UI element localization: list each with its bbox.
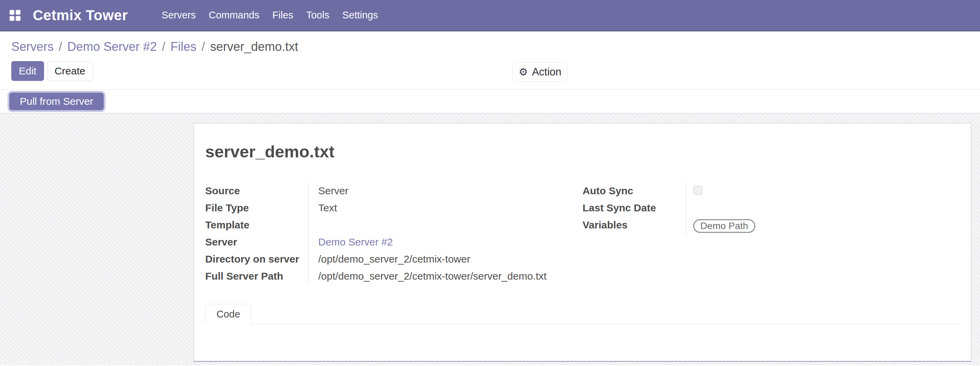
form-view-background: server_demo.txt Source Server File Type … [0,113,980,365]
field-value-full-server-path: /opt/demo_server_2/cetmix-tower/server_d… [309,268,582,285]
field-value-variables: Demo Path [686,216,960,236]
app-brand-title: Cetmix Tower [33,7,128,24]
breadcrumb-servers[interactable]: Servers [11,40,54,54]
action-menu-button[interactable]: ⚙ Action [512,62,568,82]
pull-from-server-button[interactable]: Pull from Server [9,92,104,110]
form-sheet: server_demo.txt Source Server File Type … [194,123,972,362]
menu-servers[interactable]: Servers [155,0,202,30]
field-value-last-sync-date [686,199,960,216]
edit-button[interactable]: Edit [11,61,44,81]
apps-menu-icon[interactable] [10,10,21,21]
field-value-directory-on-server: /opt/demo_server_2/cetmix-tower [309,251,582,268]
auto-sync-checkbox[interactable] [693,186,702,195]
field-value-source: Server [309,182,582,199]
action-menu-label: Action [532,66,562,78]
top-navbar: Cetmix Tower Servers Commands Files Tool… [0,0,980,32]
record-title: server_demo.txt [205,142,960,161]
status-bar: Pull from Server [0,89,980,113]
field-label-directory-on-server: Directory on server [205,251,309,268]
breadcrumb: Servers / Demo Server #2 / Files / serve… [11,40,969,54]
menu-commands[interactable]: Commands [202,0,266,30]
field-group-left: Source Server File Type Text Template Se… [205,182,582,285]
field-label-source: Source [205,182,309,199]
form-buttons: Edit Create [11,61,969,81]
field-value-template [309,216,582,234]
field-value-server-link[interactable]: Demo Server #2 [309,234,582,251]
menu-files[interactable]: Files [266,0,300,30]
notebook-tab-bar: Code [205,304,960,325]
variable-tag-demo-path[interactable]: Demo Path [693,219,755,233]
menu-tools[interactable]: Tools [300,0,336,30]
breadcrumb-current-file: server_demo.txt [210,40,298,54]
breadcrumb-separator: / [59,40,62,54]
control-panel: Servers / Demo Server #2 / Files / serve… [0,32,980,89]
field-label-auto-sync: Auto Sync [582,182,686,199]
field-label-template: Template [205,216,309,234]
tab-code[interactable]: Code [205,304,251,325]
field-value-file-type: Text [309,199,582,216]
field-group-right: Auto Sync Last Sync Date Variables Demo … [582,182,960,285]
gear-icon: ⚙ [519,67,528,77]
menu-settings[interactable]: Settings [336,0,385,30]
field-label-file-type: File Type [205,199,309,216]
breadcrumb-demo-server-2[interactable]: Demo Server #2 [67,40,157,54]
breadcrumb-files[interactable]: Files [170,40,196,54]
field-value-auto-sync [686,182,960,199]
breadcrumb-separator: / [162,40,165,54]
breadcrumb-separator: / [202,40,205,54]
field-label-full-server-path: Full Server Path [205,268,309,285]
field-label-server: Server [205,234,309,251]
field-label-last-sync-date: Last Sync Date [582,199,686,216]
main-menu: Servers Commands Files Tools Settings [155,0,385,30]
field-label-variables: Variables [582,216,686,236]
field-groups: Source Server File Type Text Template Se… [205,182,960,285]
create-button[interactable]: Create [47,61,93,81]
